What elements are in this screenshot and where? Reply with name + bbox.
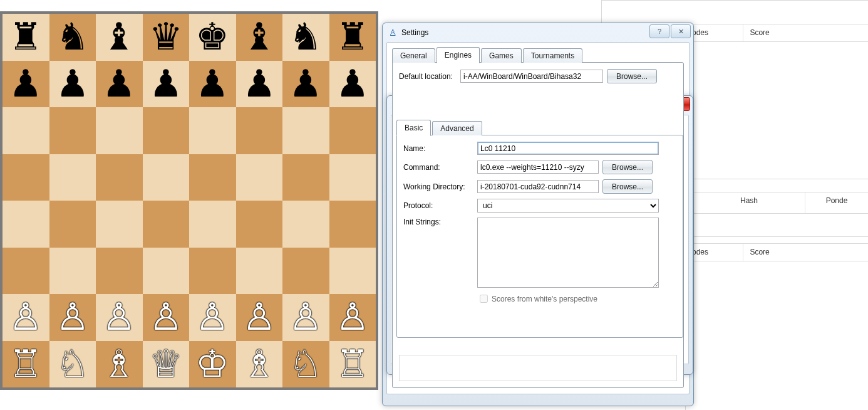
board-square[interactable]	[96, 248, 143, 295]
board-square[interactable]	[96, 154, 143, 201]
board-square[interactable]: ♗	[236, 341, 283, 388]
chess-piece[interactable]: ♚	[195, 18, 229, 56]
browse-default-location-button[interactable]: Browse...	[607, 69, 657, 83]
chess-piece[interactable]: ♟	[9, 65, 43, 103]
board-square[interactable]	[3, 248, 49, 295]
name-input[interactable]	[477, 142, 659, 155]
board-square[interactable]	[3, 201, 49, 248]
chess-piece[interactable]: ♘	[289, 345, 323, 383]
board-square[interactable]	[96, 107, 143, 154]
chess-piece[interactable]: ♞	[56, 18, 90, 56]
chess-piece[interactable]: ♘	[56, 345, 90, 383]
chess-piece[interactable]: ♞	[289, 18, 323, 56]
chessboard[interactable]: ♜♞♝♛♚♝♞♜♟♟♟♟♟♟♟♟♙♙♙♙♙♙♙♙♖♘♗♕♔♗♘♖	[3, 14, 376, 387]
tab-tournaments[interactable]: Tournaments	[523, 48, 582, 63]
board-square[interactable]: ♟	[3, 61, 49, 108]
board-square[interactable]: ♝	[236, 14, 283, 61]
board-square[interactable]	[189, 154, 236, 201]
board-square[interactable]: ♝	[96, 14, 143, 61]
board-square[interactable]: ♙	[189, 294, 236, 341]
board-square[interactable]	[49, 201, 96, 248]
board-square[interactable]: ♟	[329, 61, 376, 108]
chess-piece[interactable]: ♔	[195, 345, 229, 383]
chess-piece[interactable]: ♗	[102, 345, 136, 383]
tab-general[interactable]: General	[392, 48, 435, 63]
chess-piece[interactable]: ♟	[56, 65, 90, 103]
browse-wd-button[interactable]: Browse...	[602, 179, 653, 194]
chess-piece[interactable]: ♙	[195, 298, 229, 336]
chess-piece[interactable]: ♙	[149, 298, 183, 336]
board-square[interactable]: ♟	[49, 61, 96, 108]
chess-piece[interactable]: ♜	[9, 18, 43, 56]
board-square[interactable]: ♟	[96, 61, 143, 108]
board-square[interactable]: ♜	[3, 14, 49, 61]
board-square[interactable]	[49, 248, 96, 295]
chess-piece[interactable]: ♖	[9, 345, 43, 383]
board-square[interactable]: ♞	[282, 14, 329, 61]
board-square[interactable]	[143, 154, 190, 201]
board-square[interactable]	[143, 107, 190, 154]
wd-input[interactable]	[477, 180, 599, 193]
chess-piece[interactable]: ♙	[56, 298, 90, 336]
board-square[interactable]	[236, 201, 283, 248]
board-square[interactable]: ♚	[189, 14, 236, 61]
tab-games[interactable]: Games	[481, 48, 522, 63]
board-square[interactable]	[189, 248, 236, 295]
board-square[interactable]: ♟	[236, 61, 283, 108]
board-square[interactable]	[282, 154, 329, 201]
board-square[interactable]	[49, 154, 96, 201]
board-square[interactable]: ♕	[143, 341, 190, 388]
browse-command-button[interactable]: Browse...	[602, 160, 653, 174]
board-square[interactable]: ♟	[189, 61, 236, 108]
board-square[interactable]	[329, 154, 376, 201]
chess-piece[interactable]: ♙	[336, 298, 369, 336]
settings-titlebar[interactable]: ♙ Settings ? ✕	[383, 23, 693, 42]
board-square[interactable]	[96, 201, 143, 248]
board-square[interactable]	[329, 107, 376, 154]
chess-piece[interactable]: ♛	[149, 18, 183, 56]
help-button[interactable]: ?	[649, 24, 669, 38]
board-square[interactable]: ♙	[96, 294, 143, 341]
board-square[interactable]	[282, 107, 329, 154]
chess-piece[interactable]: ♗	[242, 345, 276, 383]
board-square[interactable]	[3, 107, 49, 154]
tab-engines[interactable]: Engines	[437, 47, 480, 63]
board-square[interactable]: ♟	[143, 61, 190, 108]
chess-piece[interactable]: ♙	[9, 298, 43, 336]
board-square[interactable]	[282, 248, 329, 295]
tab-advanced[interactable]: Advanced	[432, 121, 482, 135]
board-square[interactable]: ♙	[236, 294, 283, 341]
board-square[interactable]: ♘	[49, 341, 96, 388]
board-square[interactable]	[236, 107, 283, 154]
board-square[interactable]	[189, 201, 236, 248]
chess-piece[interactable]: ♙	[242, 298, 276, 336]
board-square[interactable]: ♖	[3, 341, 49, 388]
board-square[interactable]: ♖	[329, 341, 376, 388]
init-textarea[interactable]	[477, 218, 659, 288]
chess-piece[interactable]: ♖	[336, 345, 369, 383]
protocol-select[interactable]: uci	[477, 199, 659, 213]
board-square[interactable]: ♔	[189, 341, 236, 388]
board-square[interactable]	[3, 154, 49, 201]
board-square[interactable]: ♛	[143, 14, 190, 61]
board-square[interactable]	[329, 201, 376, 248]
board-square[interactable]: ♙	[329, 294, 376, 341]
chess-piece[interactable]: ♕	[149, 345, 183, 383]
board-square[interactable]: ♘	[282, 341, 329, 388]
close-button[interactable]: ✕	[671, 24, 691, 38]
board-square[interactable]: ♙	[282, 294, 329, 341]
board-square[interactable]: ♙	[143, 294, 190, 341]
chess-piece[interactable]: ♝	[242, 18, 276, 56]
board-square[interactable]: ♞	[49, 14, 96, 61]
board-square[interactable]: ♗	[96, 341, 143, 388]
board-square[interactable]	[49, 107, 96, 154]
board-square[interactable]: ♙	[3, 294, 49, 341]
chess-piece[interactable]: ♟	[242, 65, 276, 103]
board-square[interactable]	[282, 201, 329, 248]
board-square[interactable]	[236, 248, 283, 295]
chess-piece[interactable]: ♙	[102, 298, 136, 336]
board-square[interactable]	[143, 201, 190, 248]
chess-piece[interactable]: ♙	[289, 298, 323, 336]
chess-piece[interactable]: ♜	[336, 18, 369, 56]
board-square[interactable]	[329, 248, 376, 295]
